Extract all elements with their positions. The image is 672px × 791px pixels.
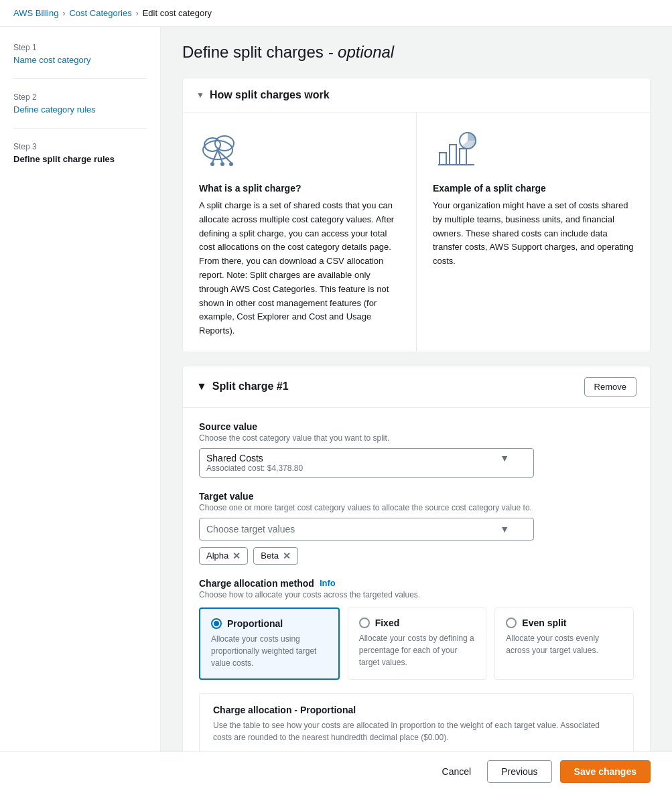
source-select-arrow-icon: ▼ [500,453,509,463]
charge-allocation-section: Charge allocation method Info Choose how… [199,578,634,680]
col2-text: Your organization might have a set of co… [433,199,634,269]
svg-point-8 [229,162,233,166]
how-it-works-body: What is a split charge? A split charge i… [183,113,650,352]
target-select-wrapper[interactable]: Choose target values ▼ [199,518,534,541]
breadcrumb: AWS Billing › Cost Categories › Edit cos… [0,0,672,27]
sidebar-step-3-name[interactable]: Define split charge rules [13,154,147,164]
tag-alpha: Alpha ✕ [199,547,248,565]
breadcrumb-current: Edit cost category [143,8,212,18]
radio-fixed-icon [359,618,370,628]
charge-allocation-label: Charge allocation method Info [199,578,634,589]
col1-title: What is a split charge? [199,183,400,194]
col2-title: Example of a split charge [433,183,634,194]
source-value-sub: Associated cost: $4,378.80 [206,463,509,473]
method-even-split[interactable]: Even split Allocate your costs evenly ac… [494,607,634,680]
split-charge-title: ▼ Split charge #1 [196,380,289,392]
svg-rect-9 [440,153,446,165]
svg-rect-10 [450,145,456,165]
target-value-desc: Choose one or more target cost category … [199,503,634,512]
how-split-charges-title: How split charges work [210,89,330,101]
svg-point-2 [215,136,234,151]
radio-proportional-icon [211,618,222,629]
breadcrumb-sep-1: › [62,9,65,18]
chart-icon [433,126,634,175]
method-proportional-name: Proportional [227,618,283,629]
method-even-split-desc: Allocate your costs evenly across your t… [506,632,622,656]
charge-allocation-desc: Choose how to allocate your costs across… [199,590,634,599]
sidebar-step-2-name[interactable]: Define category rules [13,104,147,115]
svg-rect-11 [460,149,466,165]
sidebar-step-3-label: Step 3 [13,142,147,151]
allocation-table-title: Charge allocation - Proportional [213,705,620,715]
how-it-works-col-1: What is a split charge? A split charge i… [183,113,417,352]
split-charge-body: Source value Choose the cost category va… [183,408,650,791]
how-it-works-col-2: Example of a split charge Your organizat… [417,113,650,352]
split-charge-collapse-icon: ▼ [196,380,207,392]
content-area: Define split charges - optional ▼ How sp… [161,27,672,791]
svg-point-7 [220,162,224,166]
tag-beta-remove[interactable]: ✕ [283,551,291,561]
sidebar-step-1-name[interactable]: Name cost category [13,55,147,65]
page-title: Define split charges - optional [182,43,651,62]
source-value-section: Source value Choose the cost category va… [199,421,634,478]
target-value-select[interactable]: Choose target values ▼ [199,518,534,541]
footer: Cancel Previous Save changes [0,751,672,791]
target-tags: Alpha ✕ Beta ✕ [199,547,634,565]
method-fixed-name: Fixed [375,618,400,628]
tag-alpha-remove[interactable]: ✕ [232,551,241,561]
sidebar-step-1-label: Step 1 [13,43,147,52]
split-charge-title-text: Split charge #1 [212,380,289,392]
how-split-charges-header[interactable]: ▼ How split charges work [183,78,650,113]
tag-alpha-label: Alpha [206,551,228,561]
allocation-table-desc: Use the table to see how your costs are … [213,719,620,743]
info-link[interactable]: Info [320,578,336,588]
method-fixed-desc: Allocate your costs by defining a percen… [359,632,476,668]
target-select-placeholder: Choose target values [206,524,295,534]
col1-text: A split charge is a set of shared costs … [199,199,400,338]
tag-beta: Beta ✕ [253,547,298,565]
breadcrumb-aws-billing[interactable]: AWS Billing [13,8,58,18]
previous-button[interactable]: Previous [487,760,551,783]
sidebar-step-2-label: Step 2 [13,92,147,102]
sidebar: Step 1 Name cost category Step 2 Define … [0,27,161,791]
breadcrumb-cost-categories[interactable]: Cost Categories [69,8,131,18]
tag-beta-label: Beta [261,551,279,561]
method-proportional[interactable]: Proportional Allocate your costs using p… [199,607,340,680]
source-select-wrapper[interactable]: Shared Costs ▼ Associated cost: $4,378.8… [199,448,534,478]
remove-button[interactable]: Remove [584,377,636,397]
source-value-desc: Choose the cost category value that you … [199,433,634,443]
method-even-split-name: Even split [522,618,566,628]
method-proportional-desc: Allocate your costs using proportionally… [211,633,328,669]
sidebar-step-3: Step 3 Define split charge rules [13,142,147,177]
save-changes-button[interactable]: Save changes [560,760,651,783]
sidebar-step-1: Step 1 Name cost category [13,43,147,79]
cancel-button[interactable]: Cancel [434,761,480,782]
source-value-text: Shared Costs [206,453,263,463]
sidebar-step-2: Step 2 Define category rules [13,92,147,129]
radio-even-split-icon [506,618,517,628]
source-value-label: Source value [199,421,634,432]
source-value-select[interactable]: Shared Costs ▼ Associated cost: $4,378.8… [199,448,534,478]
target-value-section: Target value Choose one or more target c… [199,491,634,565]
breadcrumb-sep-2: › [136,9,139,18]
collapse-arrow-icon: ▼ [196,90,204,100]
svg-point-6 [210,162,214,166]
target-value-label: Target value [199,491,634,502]
cloud-split-icon [199,126,400,175]
method-fixed[interactable]: Fixed Allocate your costs by defining a … [348,607,487,680]
how-split-charges-panel: ▼ How split charges work [182,78,651,352]
target-select-arrow-icon: ▼ [500,524,509,534]
method-options: Proportional Allocate your costs using p… [199,607,634,680]
split-charge-header: ▼ Split charge #1 Remove [183,366,650,408]
split-charge-panel-1: ▼ Split charge #1 Remove Source value Ch… [182,366,651,791]
